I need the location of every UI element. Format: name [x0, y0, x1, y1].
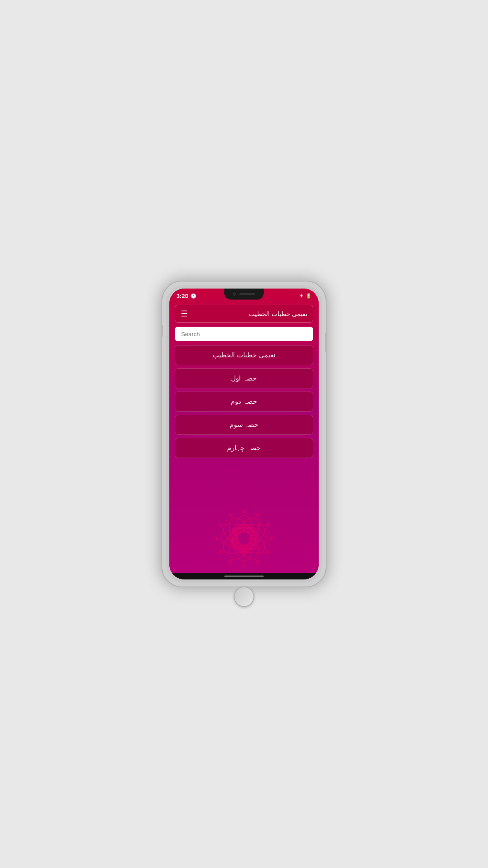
svg-point-38: [242, 509, 246, 513]
home-indicator-bar: [169, 573, 319, 579]
speaker: [239, 293, 255, 295]
airplane-icon: ✈: [299, 293, 303, 299]
svg-point-35: [215, 537, 218, 541]
app-title: نعیمی خطبات الخطیب: [249, 310, 307, 318]
svg-point-10: [224, 513, 265, 564]
svg-point-34: [219, 550, 222, 554]
svg-point-39: [256, 513, 259, 517]
menu-item-part3[interactable]: حصہ سوم: [175, 415, 313, 435]
menu-buttons: نعیمی خطبات الخطیب حصہ اول حصہ دوم حصہ س…: [175, 345, 313, 458]
screen: 3:20 🕐 ✈ 🔋 ☰ نعیمی خطبات الخطیب: [169, 289, 319, 579]
home-button[interactable]: [234, 587, 254, 607]
menu-item-main[interactable]: نعیمی خطبات الخطیب: [175, 345, 313, 365]
hamburger-menu-icon[interactable]: ☰: [181, 309, 188, 318]
mandala-decoration: [175, 462, 313, 570]
svg-point-2: [224, 513, 265, 564]
mandala-svg: [181, 476, 307, 570]
main-content: ☰ نعیمی خطبات الخطیب نعیمی خطبات الخطیب …: [169, 302, 319, 573]
svg-point-31: [256, 561, 259, 564]
search-input[interactable]: [181, 331, 307, 337]
menu-item-part2[interactable]: حصہ دوم: [175, 392, 313, 412]
battery-icon: 🔋: [306, 293, 312, 299]
svg-point-26: [219, 513, 269, 564]
menu-item-part1[interactable]: حصہ اول: [175, 368, 313, 388]
notch: [224, 289, 264, 300]
svg-point-8: [224, 513, 265, 564]
status-right: ✈ 🔋: [299, 293, 312, 299]
phone-inner: 3:20 🕐 ✈ 🔋 ☰ نعیمی خطبات الخطیب: [166, 285, 322, 583]
menu-item-part4[interactable]: حصہ چہارم: [175, 438, 313, 458]
svg-point-24: [237, 531, 251, 546]
search-bar: [175, 327, 313, 341]
camera: [233, 292, 236, 296]
svg-point-33: [229, 561, 232, 564]
svg-point-4: [224, 513, 265, 564]
status-left: 3:20 🕐: [176, 292, 196, 299]
svg-point-32: [242, 564, 246, 568]
svg-point-27: [213, 507, 275, 570]
svg-point-30: [266, 550, 270, 554]
svg-point-40: [266, 523, 270, 527]
svg-point-29: [270, 537, 273, 541]
home-indicator: [224, 576, 264, 577]
phone-device: 3:20 🕐 ✈ 🔋 ☰ نعیمی خطبات الخطیب: [161, 281, 327, 587]
svg-point-37: [229, 513, 232, 517]
svg-point-36: [219, 523, 222, 527]
status-time: 3:20: [176, 292, 188, 299]
clock-icon: 🕐: [191, 293, 196, 299]
header-bar: ☰ نعیمی خطبات الخطیب: [175, 305, 313, 323]
